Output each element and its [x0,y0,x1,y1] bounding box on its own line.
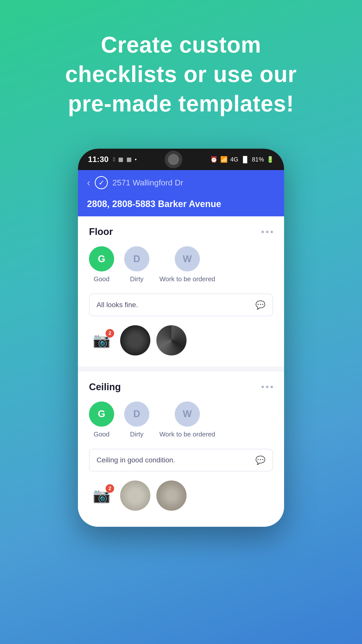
floor-dirty-option[interactable]: D Dirty [124,246,149,284]
ceiling-photo-badge: 2 [106,484,114,493]
floor-comment-box[interactable]: All looks fine. 💬 [89,294,273,316]
app-header-bottom: 2808, 2808-5883 Barker Avenue [78,194,284,216]
ceiling-photo-1[interactable] [120,480,150,511]
floor-work-label: Work to be ordered [159,275,215,284]
ceiling-dirty-option[interactable]: D Dirty [124,401,149,439]
floor-photo-badge: 2 [106,329,114,338]
floor-good-label: Good [94,275,110,284]
ceiling-section-header: Ceiling [89,382,273,392]
status-bar-left: 11:30  ▦ ▦ • [88,155,137,164]
ceiling-dirty-circle: D [124,401,149,427]
floor-title: Floor [89,226,113,237]
status-icons:  ▦ ▦ • [113,156,137,163]
dot3 [270,231,273,233]
address-line1: 2571 Wallingford Dr [112,178,183,187]
status-bar: 11:30  ▦ ▦ • ⏰ 📶 4G ▐▌ 81% 🔋 [78,149,284,170]
app-content: Floor G Good D [78,216,284,522]
status-bar-right: ⏰ 📶 4G ▐▌ 81% 🔋 [210,156,274,163]
ceiling-comment-box[interactable]: Ceiling in good condition. 💬 [89,449,273,471]
floor-section: Floor G Good D [78,216,284,367]
ceiling-dirty-label: Dirty [130,430,143,439]
page-headline: Create custom checklists or use our pre-… [43,30,319,118]
ceiling-title: Ceiling [89,382,121,392]
camera-notch [168,154,179,165]
floor-status-options: G Good D Dirty W Work to be ordered [89,246,273,284]
app-header-top: ‹ ✓ 2571 Wallingford Dr [78,170,284,194]
ceiling-status-options: G Good D Dirty W Work to be ordered [89,401,273,439]
dot2 [266,231,268,233]
address-line2: 2808, 2808-5883 Barker Avenue [87,199,221,209]
floor-photo-1[interactable] [120,325,150,355]
ceiling-good-circle: G [89,401,114,427]
ceiling-good-label: Good [94,430,110,439]
alarm-icon: ⏰ [210,156,218,163]
dot-icon: • [135,156,137,163]
floor-dirty-label: Dirty [130,275,143,284]
dot3 [270,386,273,388]
status-time: 11:30 [88,155,109,164]
check-circle-icon: ✓ [95,176,108,189]
signal-icon: ▐▌ [241,156,249,163]
ceiling-camera-button[interactable]: 📷 2 [89,484,114,507]
floor-work-option[interactable]: W Work to be ordered [159,246,215,284]
floor-camera-button[interactable]: 📷 2 [89,329,114,352]
floor-photos-row: 📷 2 [89,325,273,355]
lte-icon: 4G [230,156,238,163]
floor-section-header: Floor [89,226,273,237]
ceiling-comment-icon: 💬 [255,455,265,465]
ceiling-work-option[interactable]: W Work to be ordered [159,401,215,439]
back-button[interactable]: ‹ [87,178,90,188]
battery-icon: 🔋 [266,156,274,163]
notch [165,151,182,168]
floor-dirty-circle: D [124,246,149,271]
floor-dots-menu[interactable] [261,231,273,233]
phone-mockup: 11:30  ▦ ▦ • ⏰ 📶 4G ▐▌ 81% 🔋 ‹ ✓ 2571 W… [78,149,284,527]
dot1 [261,231,264,233]
floor-comment-icon: 💬 [255,300,265,310]
floor-work-circle: W [175,246,200,271]
floor-photo-2[interactable] [156,325,187,355]
ceiling-work-circle: W [175,401,200,427]
dot2 [266,386,268,388]
floor-comment-text: All looks fine. [97,301,138,309]
image-icon: ▦ [118,156,123,163]
ceiling-comment-text: Ceiling in good condition. [97,456,175,464]
ceiling-photo-2[interactable] [156,480,187,511]
floor-good-circle: G [89,246,114,271]
ceiling-dots-menu[interactable] [261,386,273,388]
floor-good-option[interactable]: G Good [89,246,114,284]
dot1 [261,386,264,388]
ceiling-good-option[interactable]: G Good [89,401,114,439]
wifi-icon: 📶 [220,156,228,163]
fb-icon:  [113,156,115,163]
ceiling-photos-row: 📷 2 [89,480,273,511]
grid-icon: ▦ [126,156,132,163]
ceiling-section: Ceiling G Good D [78,372,284,522]
battery-text: 81% [252,156,264,163]
ceiling-work-label: Work to be ordered [159,430,215,439]
